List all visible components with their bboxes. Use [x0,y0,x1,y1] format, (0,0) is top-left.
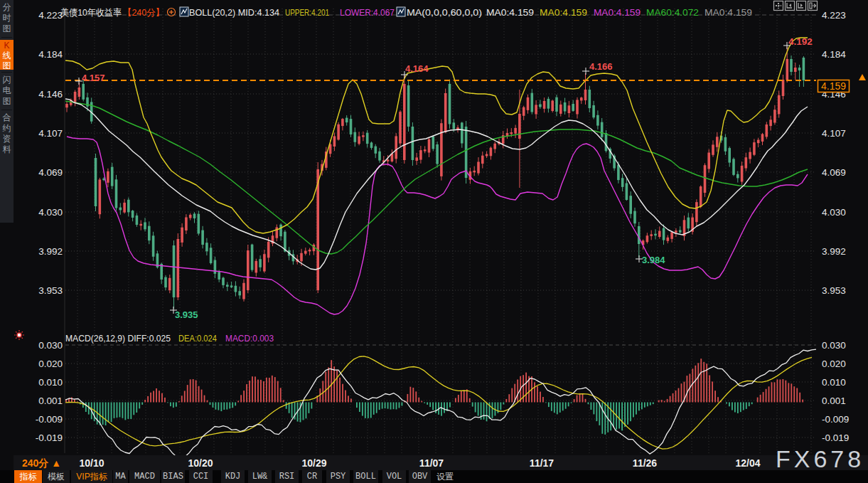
svg-text:MA0:4.159: MA0:4.159 [594,7,641,18]
svg-text:MA(0,0,0,60,0,0): MA(0,0,0,60,0,0) [407,7,482,18]
svg-text:0.001: 0.001 [38,396,63,406]
svg-text:-0.009: -0.009 [822,414,849,425]
svg-text:0.020: 0.020 [822,359,846,369]
svg-text:DEA:0.024: DEA:0.024 [178,333,217,344]
svg-text:UPPER:4.201: UPPER:4.201 [285,7,329,18]
svg-text:3.984: 3.984 [642,255,665,265]
svg-text:4.184: 4.184 [38,49,63,60]
svg-text:-0.009: -0.009 [36,414,63,425]
svg-text:MA0:4.159: MA0:4.159 [704,7,752,18]
svg-text:4.184: 4.184 [822,49,846,60]
svg-text:MACD:0.003: MACD:0.003 [225,333,274,344]
svg-text:0.030: 0.030 [38,340,63,351]
svg-text:LOWER:4.067: LOWER:4.067 [340,7,395,18]
svg-text:4.107: 4.107 [822,128,846,139]
svg-text:4.069: 4.069 [822,167,846,178]
svg-text:4.159: 4.159 [821,80,846,92]
svg-text:4.030: 4.030 [38,207,63,218]
svg-text:0.001: 0.001 [822,396,846,406]
svg-text:3.992: 3.992 [822,246,846,257]
svg-text:4.157: 4.157 [82,73,105,83]
svg-text:3.935: 3.935 [175,309,198,320]
svg-text:MACD(26,12,9) DIFF:0.025: MACD(26,12,9) DIFF:0.025 [65,333,171,344]
svg-text:【240分】: 【240分】 [123,7,164,18]
svg-text:0.010: 0.010 [822,377,846,388]
svg-text:-0.019: -0.019 [822,432,849,443]
svg-text:3.953: 3.953 [822,285,846,296]
svg-text:4.030: 4.030 [822,207,846,218]
svg-text:BOLL(20,2) MID:4.134: BOLL(20,2) MID:4.134 [189,7,279,18]
svg-text:MA60:4.072: MA60:4.072 [646,7,699,18]
svg-text:4.223: 4.223 [822,10,846,21]
svg-text:0.020: 0.020 [38,359,63,369]
svg-text:美债10年收益率: 美债10年收益率 [60,7,122,18]
svg-text:4.146: 4.146 [38,89,63,100]
svg-text:0.010: 0.010 [38,377,63,388]
svg-text:4.223: 4.223 [38,10,63,21]
svg-text:4.107: 4.107 [38,128,63,139]
svg-text:MA0:4.159: MA0:4.159 [540,7,587,18]
svg-text:3.992: 3.992 [38,246,63,257]
svg-text:3.953: 3.953 [38,285,63,296]
svg-text:0.030: 0.030 [822,340,846,351]
svg-text:4.192: 4.192 [788,36,813,47]
svg-text:4.164: 4.164 [405,63,429,74]
svg-text:4.069: 4.069 [38,167,63,178]
svg-text:4.166: 4.166 [589,61,613,72]
svg-text:MA0:4.159: MA0:4.159 [486,7,534,18]
svg-text:-0.019: -0.019 [36,432,63,443]
